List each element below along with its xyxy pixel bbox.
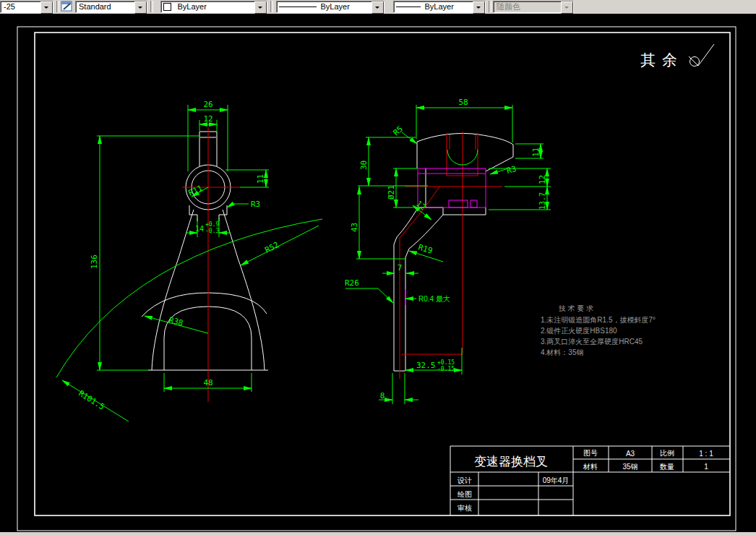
- dim-26: 26: [203, 100, 212, 109]
- drawing-no-value: A3: [626, 450, 635, 458]
- toolbar-separator: [489, 1, 491, 12]
- dim-48: 48: [203, 378, 212, 388]
- lineweight-sample: [394, 1, 418, 12]
- text-style-value: Standard: [76, 1, 111, 12]
- lineweight-value: ByLayer: [421, 1, 453, 12]
- dim-13-7: 13.7: [538, 192, 546, 210]
- slot-dim-value: 14: [195, 225, 204, 233]
- linetype-sample: [277, 1, 314, 12]
- drawing-canvas[interactable]: 26 12 136 11 R11 R3 14 +0.9 -0.3 R52 R38…: [0, 14, 756, 532]
- tech-req-title: 技 术 要 求: [559, 304, 593, 312]
- color-swatch: [163, 3, 171, 11]
- plot-style-combo: 随颜色: [493, 1, 574, 13]
- dim-r38: R38: [168, 315, 184, 328]
- toolbar-separator: [56, 1, 59, 12]
- linetype-value: ByLayer: [317, 1, 349, 12]
- color-dropdown-arrow[interactable]: [254, 1, 267, 14]
- dim-58: 58: [458, 98, 468, 107]
- text-style-icon: [61, 0, 74, 13]
- front-view-geometry: [142, 132, 268, 370]
- slot-tol-minus: -0.3: [205, 228, 219, 234]
- dim-136: 136: [90, 254, 99, 269]
- dim-style-combo[interactable]: -25: [0, 1, 53, 13]
- tech-req-item: 4.材料：35钢: [541, 348, 583, 356]
- lineweight-dropdown-arrow[interactable]: [473, 1, 485, 14]
- linetype-dropdown-arrow[interactable]: [371, 1, 384, 14]
- dim-8: 8: [380, 391, 385, 401]
- color-value: ByLayer: [174, 1, 206, 12]
- surface-finish-note: 其余: [640, 44, 714, 68]
- offset-tol-plus: +0.15: [437, 359, 455, 366]
- dim-r3-front: R3: [251, 200, 260, 209]
- dim-7: 7: [398, 263, 403, 273]
- text-style-combo[interactable]: Standard: [75, 1, 147, 13]
- dim-11-side: 11: [531, 147, 541, 157]
- check-label: 审核: [458, 504, 472, 512]
- dim-dia21: Ø21: [387, 185, 396, 200]
- roughness-symbol-icon: [689, 44, 714, 67]
- dim-style-value: -25: [1, 1, 15, 12]
- note-r04-max: R0.4 最大: [418, 295, 450, 303]
- design-date: 09年4月: [543, 476, 570, 484]
- dim-r52: R52: [263, 240, 280, 255]
- color-control-combo[interactable]: ByLayer: [160, 1, 267, 13]
- dim-r19: R19: [417, 242, 434, 255]
- plot-style-dropdown-arrow: [561, 1, 573, 14]
- dim-r3-side: R3: [506, 164, 517, 176]
- toolbar-separator: [150, 1, 153, 12]
- lineweight-control-combo[interactable]: ByLayer: [393, 1, 486, 13]
- scale-value: 1 : 1: [699, 450, 713, 458]
- title-block-texts: 变速器换档叉 图号 A3 比例 1 : 1 材料 35钢 数量 1 设计 09年…: [457, 449, 713, 512]
- dim-12: 12: [203, 114, 212, 124]
- tech-req-item: 1.未注明锻造圆角R1.5，拔模斜度7°: [541, 316, 656, 324]
- offset-tol-minus: -0.15: [437, 366, 455, 372]
- cad-drawing: 26 12 136 11 R11 R3 14 +0.9 -0.3 R52 R38…: [0, 14, 756, 532]
- tech-req-item: 2.锻件正火硬度HBS180: [541, 327, 617, 335]
- front-view-centerlines: [182, 127, 240, 402]
- part-name: 变速器换档叉: [474, 455, 548, 468]
- plot-style-value: 随颜色: [494, 1, 520, 12]
- toolbar-separator: [270, 1, 273, 12]
- linetype-control-combo[interactable]: ByLayer: [276, 1, 385, 13]
- dim-r26: R26: [345, 278, 359, 288]
- material-value: 35钢: [622, 463, 637, 471]
- dim-r101-5: R101.5: [77, 389, 106, 412]
- technical-requirements: 技 术 要 求 1.未注明锻造圆角R1.5，拔模斜度7° 2.锻件正火硬度HBS…: [541, 304, 656, 356]
- qty-value: 1: [704, 463, 708, 471]
- side-view-geometry: [394, 133, 513, 371]
- front-view-dim-texts: 26 12 136 11 R11 R3 14 +0.9 -0.3 R52 R38…: [77, 100, 280, 412]
- styles-toolbar: -25 Standard ByLayer ByLayer ByLayer 随颜色: [0, 0, 756, 14]
- dim-r11: R11: [187, 184, 205, 198]
- slot-tol-plus: +0.9: [205, 221, 219, 228]
- text-style-dropdown-arrow[interactable]: [134, 1, 147, 14]
- side-view-hatch-detail: [405, 168, 486, 305]
- qty-label: 数量: [659, 463, 674, 471]
- dim-12-right: 12: [538, 175, 547, 184]
- scale-label: 比例: [660, 449, 674, 457]
- drawing-no-label: 图号: [583, 449, 598, 457]
- surface-note-label: 其余: [640, 51, 684, 68]
- text-style-button[interactable]: [61, 0, 75, 13]
- side-view-dim-texts: 58 R5 30 Ø21 43 11 R3 12 13.7 12 R19 7 R…: [345, 98, 547, 401]
- dim-style-dropdown-arrow[interactable]: [40, 1, 53, 14]
- tech-req-item: 3.两叉口淬火至全厚硬度HRC45: [541, 338, 643, 346]
- dim-32-5: 32.5: [416, 361, 436, 370]
- dim-11-front: 11: [256, 174, 265, 184]
- design-label: 设计: [457, 476, 472, 484]
- draft-label: 绘图: [458, 490, 472, 498]
- dim-30: 30: [359, 160, 369, 170]
- dim-43: 43: [350, 223, 359, 232]
- dim-r5: R5: [392, 124, 405, 137]
- material-label: 材料: [583, 463, 598, 471]
